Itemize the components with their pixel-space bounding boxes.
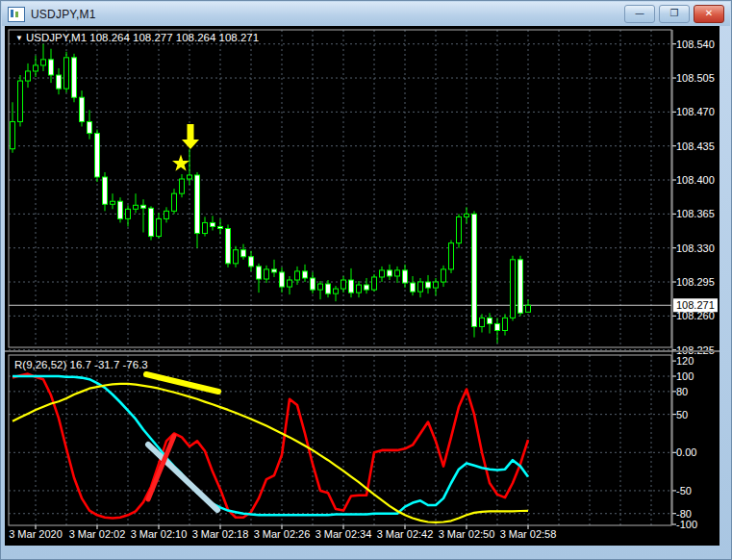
- candle-body: [480, 318, 485, 326]
- close-button[interactable]: ✕: [694, 5, 724, 23]
- price-axis-label: 108.435: [676, 140, 715, 152]
- candle-body: [265, 269, 269, 279]
- candle-body: [95, 134, 100, 177]
- candle-body: [226, 229, 231, 264]
- chart-client-area[interactable]: 108.540108.505108.470108.435108.400108.3…: [5, 26, 719, 546]
- price-chart-canvas[interactable]: 108.540108.505108.470108.435108.400108.3…: [5, 26, 719, 546]
- candle-body: [18, 81, 23, 121]
- indicator-label: R(9,26,52) 16.7 -31.7 -76.3: [14, 359, 148, 370]
- time-axis-label: 3 Mar 02:34: [316, 528, 372, 540]
- candle-body: [449, 243, 454, 269]
- candle-body: [380, 270, 385, 277]
- price-axis-label: 108.470: [676, 106, 715, 117]
- window-title: USDJPY,M1: [31, 8, 96, 21]
- time-axis-label: 3 Mar 02:50: [439, 528, 495, 540]
- candle-body: [257, 267, 262, 279]
- candle-body: [26, 71, 31, 81]
- oscillator-line-fast-red: [13, 374, 528, 519]
- candle-body: [365, 285, 369, 290]
- indicator-panel-border: [9, 355, 671, 525]
- candle-body: [334, 289, 339, 293]
- candle-body: [518, 260, 523, 314]
- candle-body: [418, 282, 423, 292]
- oscillator-axis-label: 0.00: [676, 446, 696, 458]
- oscillator-line-slow-yellow: [13, 384, 528, 522]
- candle-body: [111, 201, 115, 204]
- minimize-button[interactable]: —: [624, 5, 655, 23]
- candle-body: [295, 271, 300, 280]
- candle-body: [495, 323, 500, 330]
- time-axis-label: 3 Mar 2020: [9, 528, 63, 540]
- candle-body: [311, 278, 316, 290]
- candle-body: [164, 211, 169, 218]
- candle-body: [388, 270, 392, 276]
- price-axis-label: 108.540: [676, 38, 715, 50]
- candle-body: [141, 205, 146, 208]
- price-axis-label: 108.400: [676, 174, 715, 186]
- candle-body: [457, 216, 462, 242]
- candle-body: [411, 283, 416, 292]
- restore-button[interactable]: ❐: [659, 5, 690, 23]
- price-axis-label: 108.330: [676, 242, 715, 254]
- candle-body: [72, 58, 77, 97]
- candle-body: [465, 214, 469, 216]
- oscillator-axis-label: 100: [676, 370, 694, 382]
- candle-body: [272, 269, 277, 272]
- terminal-window: USDJPY,M1 — ❐ ✕ 108.540108.505108.470108…: [0, 0, 732, 560]
- candle-body: [88, 121, 92, 133]
- star-marker-icon[interactable]: [172, 155, 189, 171]
- candle-body: [326, 284, 331, 293]
- candle-body: [395, 270, 400, 276]
- candle-body: [503, 318, 508, 330]
- candle-body: [149, 208, 154, 236]
- candle-body: [49, 60, 54, 75]
- candle-body: [218, 226, 223, 228]
- candle-body: [103, 177, 108, 204]
- candle-body: [41, 60, 46, 65]
- oscillator-axis-label: -50: [676, 485, 692, 496]
- oscillator-axis-label: 50: [676, 409, 688, 420]
- candle-body: [126, 209, 131, 218]
- candle-body: [511, 260, 516, 318]
- oscillator-axis-label: -100: [676, 519, 697, 530]
- candle-body: [64, 58, 69, 89]
- time-axis-label: 3 Mar 02:58: [500, 528, 557, 540]
- candle-body: [203, 222, 208, 233]
- candle-body: [303, 271, 308, 278]
- candle-body: [172, 193, 177, 211]
- time-axis-label: 3 Mar 02:26: [254, 528, 311, 540]
- bid-price-tag-label: 108.271: [676, 299, 715, 311]
- candle-body: [403, 270, 408, 283]
- time-axis-label: 3 Mar 02:10: [131, 528, 188, 540]
- candle-body: [434, 282, 439, 288]
- price-axis-label: 108.295: [676, 276, 715, 288]
- time-axis-label: 3 Mar 02:02: [69, 528, 126, 540]
- time-axis-label: 3 Mar 02:42: [377, 528, 434, 540]
- oscillator-axis-label: 80: [676, 386, 688, 397]
- sell-arrow-icon[interactable]: [182, 140, 199, 149]
- candle-body: [372, 277, 377, 290]
- candle-body: [57, 75, 62, 89]
- chart-dropdown-icon[interactable]: ▼: [15, 34, 23, 42]
- oscillator-line-mid-cyan: [13, 376, 528, 515]
- candle-body: [442, 269, 446, 282]
- window-titlebar[interactable]: USDJPY,M1 — ❐ ✕: [2, 2, 730, 26]
- oscillator-axis-label: 120: [676, 355, 694, 367]
- candle-body: [188, 175, 192, 179]
- time-axis-label: 3 Mar 02:18: [192, 528, 249, 540]
- price-axis-label: 108.505: [676, 72, 715, 84]
- candle-body: [488, 318, 492, 323]
- candle-body: [426, 282, 431, 288]
- candle-body: [180, 179, 185, 193]
- price-axis-label: 108.225: [676, 344, 715, 356]
- candle-body: [211, 222, 215, 226]
- candle-body: [241, 250, 246, 257]
- candle-body: [11, 121, 15, 148]
- candle-body: [234, 250, 239, 264]
- candle-body: [472, 214, 477, 326]
- candle-body: [157, 218, 162, 236]
- candle-body: [195, 175, 200, 234]
- main-panel-border: [9, 30, 671, 347]
- candle-body: [341, 280, 346, 289]
- chart-window-icon: [8, 7, 25, 22]
